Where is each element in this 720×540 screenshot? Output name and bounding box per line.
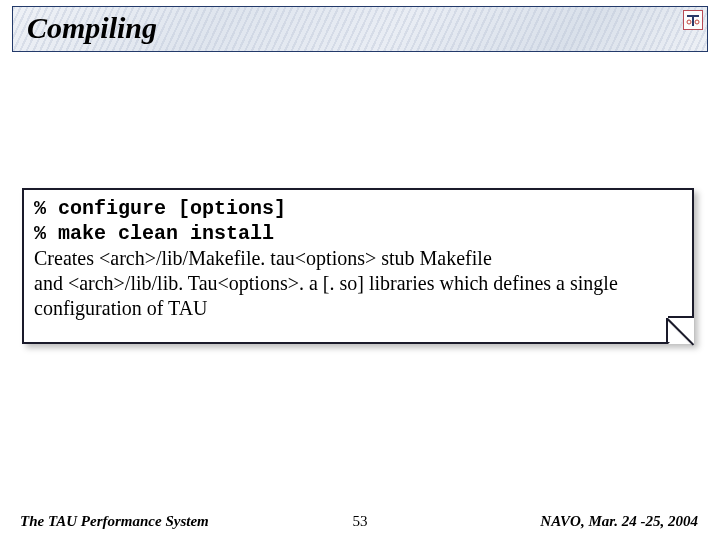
page-fold-icon (668, 318, 694, 344)
tau-logo-glyph (684, 11, 702, 29)
description-line-2: and <arch>/lib/lib. Tau<options>. a [. s… (34, 271, 682, 296)
footer-right: NAVO, Mar. 24 -25, 2004 (540, 513, 698, 530)
svg-point-2 (687, 20, 691, 24)
description-line-3: configuration of TAU (34, 296, 682, 321)
description-line-1: Creates <arch>/lib/Makefile. tau<options… (34, 246, 682, 271)
svg-point-3 (695, 20, 699, 24)
title-bar: Compiling (12, 6, 708, 52)
footer: The TAU Performance System 53 NAVO, Mar.… (0, 506, 720, 530)
slide-title: Compiling (27, 11, 157, 45)
code-note-box: % configure [options] % make clean insta… (22, 188, 694, 344)
tau-logo (683, 10, 703, 30)
slide: Compiling % configure [options] % make c… (0, 0, 720, 540)
command-line-1: % configure [options] (34, 196, 682, 221)
command-line-2: % make clean install (34, 221, 682, 246)
